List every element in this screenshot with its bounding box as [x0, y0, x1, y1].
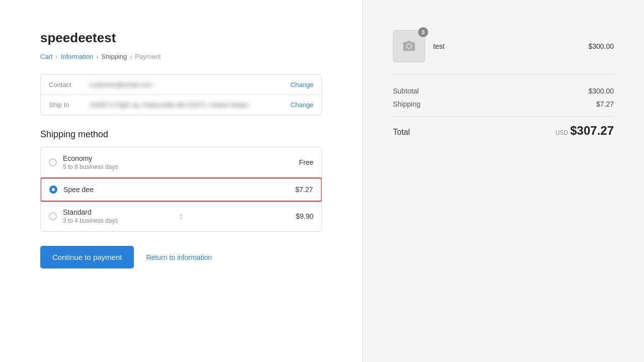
shipping-value: $7.27	[596, 100, 614, 108]
shipping-options-list: Economy 5 to 8 business days Free Spee d…	[40, 147, 322, 232]
breadcrumb-sep-2: ›	[97, 53, 99, 60]
shipping-row: Shipping $7.27	[393, 100, 614, 108]
total-row: Total USD $307.27	[393, 116, 614, 138]
ship-to-change-button[interactable]: Change	[290, 101, 313, 109]
contact-label: Contact	[49, 81, 89, 88]
economy-price: Free	[299, 158, 313, 166]
standard-name: Standard	[63, 208, 296, 216]
breadcrumb-shipping: Shipping	[102, 53, 127, 60]
summary-rows: Subtotal $300.00 Shipping $7.27	[393, 87, 614, 108]
return-to-information-button[interactable]: Return to information	[146, 253, 212, 261]
ship-to-value: 10400 S Fight wy, Pakersville MA 03373, …	[89, 101, 290, 109]
contact-row: Contact customer@email.com Change	[41, 75, 321, 95]
subtotal-row: Subtotal $300.00	[393, 87, 614, 95]
item-price: $300.00	[588, 42, 614, 50]
total-value: $307.27	[570, 124, 614, 138]
breadcrumb-sep-3: ›	[130, 53, 132, 60]
option-info-speedee: Spee dee	[63, 186, 295, 194]
option-info-standard: Standard 3 to 4 business days	[63, 208, 296, 224]
contact-change-button[interactable]: Change	[290, 81, 313, 88]
speedee-name: Spee dee	[63, 186, 295, 194]
camera-icon	[402, 39, 416, 53]
checkout-left-panel: speedeetest Cart › Information › Shippin…	[0, 0, 362, 362]
store-name: speedeetest	[40, 30, 322, 46]
order-summary-panel: 3 test $300.00 Subtotal $300.00 Shipping…	[362, 0, 644, 362]
standard-days: 3 to 4 business days	[63, 217, 296, 224]
radio-speedee	[49, 186, 57, 194]
total-currency: USD	[555, 129, 568, 136]
speedee-price: $7.27	[295, 186, 313, 194]
radio-standard	[49, 212, 57, 220]
item-name: test	[433, 42, 580, 50]
ship-to-row: Ship to 10400 S Fight wy, Pakersville MA…	[41, 95, 321, 115]
breadcrumb: Cart › Information › Shipping › Payment	[40, 53, 322, 60]
shipping-label: Shipping	[393, 100, 421, 108]
info-card: Contact customer@email.com Change Ship t…	[40, 74, 322, 115]
total-label: Total	[393, 128, 410, 137]
shipping-method-title: Shipping method	[40, 129, 322, 140]
shipping-option-economy[interactable]: Economy 5 to 8 business days Free	[41, 147, 321, 178]
economy-days: 5 to 8 business days	[63, 163, 299, 170]
continue-to-payment-button[interactable]: Continue to payment	[40, 246, 134, 268]
standard-price: $9.90	[296, 212, 313, 220]
item-quantity-badge: 3	[418, 27, 428, 37]
option-info-economy: Economy 5 to 8 business days	[63, 154, 299, 170]
contact-value: customer@email.com	[89, 81, 290, 88]
checkout-actions: Continue to payment Return to informatio…	[40, 246, 322, 268]
total-amount: USD $307.27	[555, 124, 614, 138]
breadcrumb-cart[interactable]: Cart	[40, 53, 53, 60]
item-image-wrap: 3	[393, 30, 425, 62]
shipping-option-standard[interactable]: Standard 3 to 4 business days $9.90 ↕	[41, 201, 321, 231]
radio-economy	[49, 158, 57, 166]
breadcrumb-information[interactable]: Information	[61, 53, 94, 60]
subtotal-value: $300.00	[588, 87, 614, 95]
breadcrumb-payment: Payment	[135, 53, 160, 60]
subtotal-label: Subtotal	[393, 87, 419, 95]
shipping-option-speedee[interactable]: Spee dee $7.27	[40, 177, 322, 202]
economy-name: Economy	[63, 154, 299, 162]
cart-item: 3 test $300.00	[393, 30, 614, 75]
breadcrumb-sep-1: ›	[56, 53, 58, 60]
ship-to-label: Ship to	[49, 101, 89, 109]
